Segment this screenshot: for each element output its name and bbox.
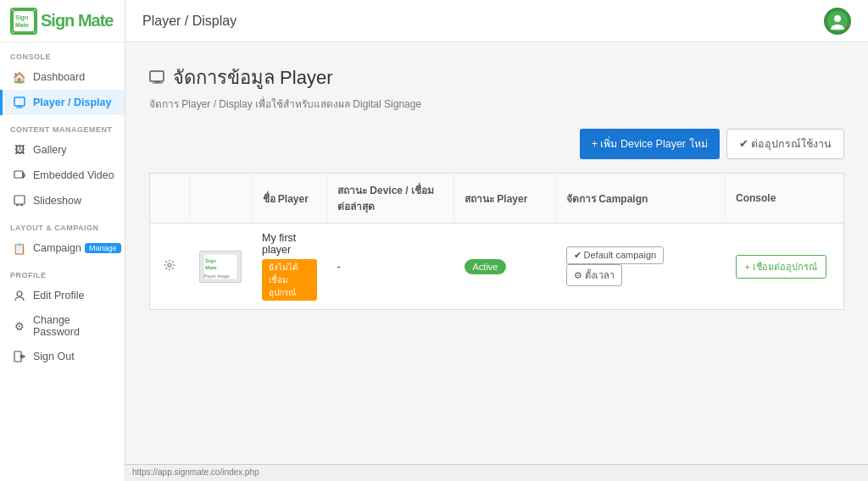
sidebar-item-change-password[interactable]: ⚙ Change Password xyxy=(0,308,125,344)
content-area: จัดการข้อมูล Player จัดการ Player / Disp… xyxy=(125,42,868,464)
section-label-console: CONSOLE xyxy=(0,42,125,64)
sidebar-section-console: CONSOLE 🏠 Dashboard Player / Display xyxy=(0,42,125,115)
bottom-bar: https://app.signmate.co/index.php xyxy=(125,464,868,481)
connect-device-row-button[interactable]: + เชื่อมต่ออุปกรณ์ xyxy=(736,255,826,279)
svg-point-15 xyxy=(834,15,841,22)
col-header-campaign: จัดการ Campaign xyxy=(556,174,726,224)
sidebar-item-gallery[interactable]: 🖼 Gallery xyxy=(0,137,125,163)
page-title: จัดการข้อมูล Player xyxy=(149,63,844,92)
svg-text:Mate: Mate xyxy=(15,22,29,28)
campaign-icon: 📋 xyxy=(13,241,26,255)
sidebar-section-campaign: LAYOUT & CAMPAIGN 📋 Campaign Manage xyxy=(0,213,125,261)
campaign-cell: ✔ Default campaign ⚙ ตั้งเวลา xyxy=(556,224,726,310)
sidebar-item-slideshow[interactable]: Slideshow xyxy=(0,188,125,213)
device-status-cell: - xyxy=(327,224,454,310)
sidebar-item-embedded-video[interactable]: Embedded Video xyxy=(0,163,125,188)
gallery-icon: 🖼 xyxy=(13,143,26,157)
section-label-campaign: LAYOUT & CAMPAIGN xyxy=(0,213,125,235)
svg-text:Sign: Sign xyxy=(15,14,28,21)
page-header-icon xyxy=(149,67,166,89)
section-label-content: CONTENT MANAGEMENT xyxy=(0,115,125,137)
device-disconnected-badge: ยังไม่ได้เชื่อมอุปกรณ์ xyxy=(262,259,317,301)
player-thumbnail: Sign Mate Player Image xyxy=(199,251,242,283)
col-header-settings xyxy=(150,174,190,224)
svg-rect-5 xyxy=(16,108,23,108)
player-table: ชื่อ Player สถานะ Device / เชื่อมต่อล่าส… xyxy=(149,173,844,310)
sidebar-section-content: CONTENT MANAGEMENT 🖼 Gallery Embedded Vi… xyxy=(0,115,125,213)
svg-rect-9 xyxy=(16,205,19,207)
svg-rect-3 xyxy=(14,97,25,106)
settings-button[interactable] xyxy=(160,256,179,277)
svg-text:Player Image: Player Image xyxy=(203,274,230,279)
user-avatar[interactable] xyxy=(824,8,851,35)
page-subtitle: จัดการ Player / Display เพื่อใช้สำหรับแส… xyxy=(149,96,844,112)
logo-text: Sign Mate xyxy=(41,11,113,30)
svg-rect-4 xyxy=(18,106,21,108)
signout-icon xyxy=(13,350,26,363)
video-icon xyxy=(13,169,26,182)
edit-profile-icon xyxy=(13,289,26,302)
svg-rect-10 xyxy=(20,205,23,207)
sidebar-item-player-display[interactable]: Player / Display xyxy=(0,90,125,115)
default-campaign-button[interactable]: ✔ Default campaign xyxy=(566,246,665,264)
svg-marker-7 xyxy=(23,173,25,178)
main-content: Player / Display จัดการข้อมูล Player จัด… xyxy=(125,0,868,481)
topbar-title: Player / Display xyxy=(142,14,236,29)
console-cell: + เชื่อมต่ออุปกรณ์ xyxy=(726,224,844,310)
col-header-status: สถานะ Player xyxy=(454,174,556,224)
svg-point-19 xyxy=(168,263,171,267)
col-header-name: ชื่อ Player xyxy=(252,174,327,224)
status-badge-active: Active xyxy=(465,259,507,274)
player-name-cell: My first player ยังไม่ได้เชื่อมอุปกรณ์ xyxy=(252,224,327,310)
add-device-button[interactable]: + เพิ่ม Device Player ใหม่ xyxy=(580,129,720,159)
svg-rect-6 xyxy=(14,171,23,178)
connect-device-button[interactable]: ✔ ต่ออุปกรณ์ใช้งาน xyxy=(726,129,844,159)
home-icon: 🏠 xyxy=(13,70,26,84)
thumb-cell: Sign Mate Player Image xyxy=(189,224,252,310)
topbar: Player / Display xyxy=(125,0,868,42)
sidebar: Sign Mate Sign Mate CONSOLE 🏠 Dashboard … xyxy=(0,0,125,481)
sidebar-item-dashboard[interactable]: 🏠 Dashboard xyxy=(0,64,125,90)
sidebar-section-profile: PROFILE Edit Profile ⚙ Change Password xyxy=(0,261,125,369)
player-icon xyxy=(13,96,26,109)
svg-rect-8 xyxy=(14,196,25,204)
svg-text:Mate: Mate xyxy=(205,265,217,270)
col-header-console: Console xyxy=(726,174,844,224)
svg-rect-18 xyxy=(153,82,163,83)
sidebar-item-edit-profile[interactable]: Edit Profile xyxy=(0,283,125,308)
player-name-text: My first player xyxy=(262,232,317,256)
svg-text:Sign: Sign xyxy=(205,258,216,263)
logo-area: Sign Mate Sign Mate xyxy=(0,0,125,42)
col-header-thumb xyxy=(189,174,252,224)
logo-icon: Sign Mate xyxy=(10,8,37,35)
bottom-url: https://app.signmate.co/index.php xyxy=(132,467,259,477)
svg-rect-16 xyxy=(150,71,164,81)
toolbar: + เพิ่ม Device Player ใหม่ ✔ ต่ออุปกรณ์ใ… xyxy=(149,129,844,159)
sidebar-item-sign-out[interactable]: Sign Out xyxy=(0,344,125,369)
sidebar-item-campaign[interactable]: 📋 Campaign Manage xyxy=(0,235,125,261)
slideshow-icon xyxy=(13,194,26,207)
svg-rect-17 xyxy=(155,81,160,83)
settings-cell xyxy=(150,224,190,310)
password-icon: ⚙ xyxy=(13,319,26,333)
table-header-row: ชื่อ Player สถานะ Device / เชื่อมต่อล่าส… xyxy=(150,174,844,224)
player-status-cell: Active xyxy=(454,224,556,310)
col-header-device: สถานะ Device / เชื่อมต่อล่าสุด xyxy=(327,174,454,224)
campaign-manage-badge: Manage xyxy=(85,243,121,253)
table-row: Sign Mate Player Image My first player ย… xyxy=(150,224,844,310)
campaign-settings-button[interactable]: ⚙ ตั้งเวลา xyxy=(566,264,622,286)
svg-rect-0 xyxy=(13,10,35,32)
svg-point-11 xyxy=(17,291,22,296)
section-label-profile: PROFILE xyxy=(0,261,125,283)
